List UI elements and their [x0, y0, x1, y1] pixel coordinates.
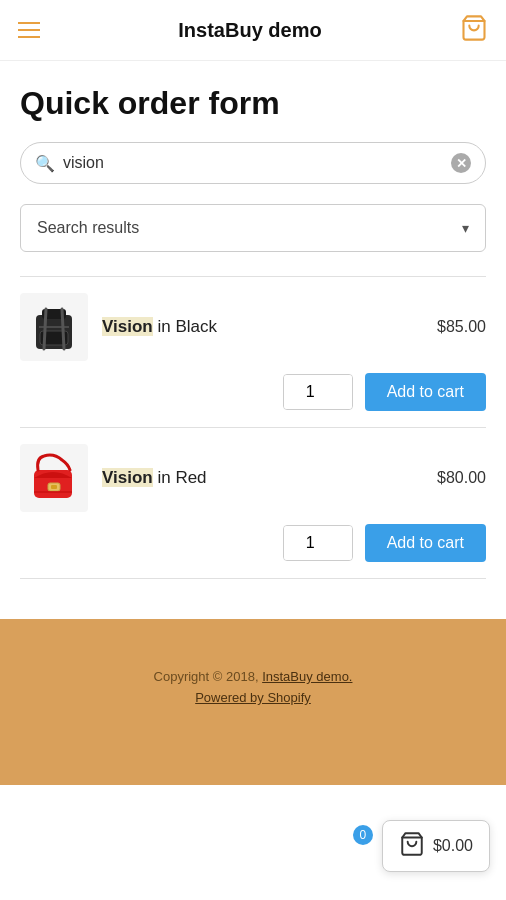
product-highlight: Vision [102, 317, 153, 336]
product-name: Vision in Black [102, 317, 423, 337]
floating-cart-icon-wrap: 0 [399, 831, 425, 861]
product-item: Vision in Red $80.00 Add to cart [20, 428, 486, 579]
add-to-cart-button[interactable]: Add to cart [365, 524, 486, 562]
floating-cart-icon [399, 831, 425, 857]
red-bag-image [24, 448, 84, 508]
footer-brand-link[interactable]: InstaBuy demo. [262, 669, 352, 684]
product-highlight: Vision [102, 468, 153, 487]
search-input[interactable] [63, 154, 451, 172]
product-action-row: Add to cart [20, 524, 486, 562]
footer-powered: Powered by Shopify [20, 690, 486, 705]
main-content: Quick order form 🔍 ✕ Search results ▾ [0, 61, 506, 619]
product-price: $80.00 [437, 469, 486, 487]
page-title: Quick order form [20, 85, 486, 122]
product-name: Vision in Red [102, 468, 423, 488]
header-cart-button[interactable] [460, 14, 488, 46]
product-action-row: Add to cart [20, 373, 486, 411]
footer: Copyright © 2018, InstaBuy demo. Powered… [0, 619, 506, 785]
product-top-row: Vision in Black $85.00 [20, 293, 486, 361]
quantity-wrapper [283, 374, 353, 410]
chevron-down-icon: ▾ [462, 220, 469, 236]
product-top-row: Vision in Red $80.00 [20, 444, 486, 512]
floating-cart-button[interactable]: 0 $0.00 [382, 820, 490, 872]
quantity-input[interactable] [284, 526, 352, 560]
search-results-dropdown[interactable]: Search results ▾ [20, 204, 486, 252]
svg-line-5 [44, 309, 46, 349]
product-item: Vision in Black $85.00 Add to cart [20, 277, 486, 428]
quantity-input[interactable] [284, 375, 352, 409]
menu-button[interactable] [18, 22, 40, 38]
svg-line-6 [62, 309, 64, 349]
dropdown-label: Search results [37, 219, 139, 237]
footer-copyright: Copyright © 2018, InstaBuy demo. [20, 669, 486, 684]
cart-icon [460, 14, 488, 42]
cart-total: $0.00 [433, 837, 473, 855]
cart-badge: 0 [353, 825, 373, 845]
shopify-link[interactable]: Powered by Shopify [195, 690, 311, 705]
search-bar: 🔍 ✕ [20, 142, 486, 184]
quantity-wrapper [283, 525, 353, 561]
search-icon: 🔍 [35, 154, 55, 173]
black-bag-image [24, 297, 84, 357]
product-image [20, 444, 88, 512]
clear-search-button[interactable]: ✕ [451, 153, 471, 173]
svg-rect-9 [51, 485, 57, 489]
app-title: InstaBuy demo [178, 19, 321, 42]
header: InstaBuy demo [0, 0, 506, 61]
product-list: Vision in Black $85.00 Add to cart [20, 276, 486, 579]
add-to-cart-button[interactable]: Add to cart [365, 373, 486, 411]
product-price: $85.00 [437, 318, 486, 336]
product-image [20, 293, 88, 361]
